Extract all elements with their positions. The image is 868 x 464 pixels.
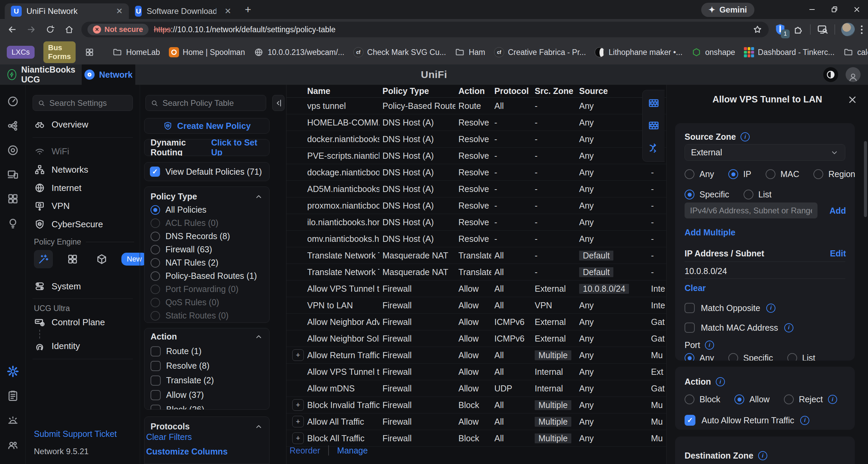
policy-type-option[interactable]: ACL Rules (0) — [151, 216, 264, 230]
tab-close-icon[interactable]: ✕ — [224, 6, 231, 16]
tab-close-icon[interactable]: ✕ — [116, 6, 123, 16]
table-row[interactable]: AD5M.nianticbooks.... DNS Host (A) Resol… — [287, 181, 666, 197]
window-close-button[interactable] — [846, 0, 868, 19]
info-icon[interactable]: i — [705, 341, 714, 350]
reload-icon[interactable] — [41, 20, 60, 39]
table-row[interactable]: Translate Network Tr... Masquerade NAT T… — [287, 264, 666, 281]
action-filter-option[interactable]: Resolve (8) — [151, 359, 264, 373]
radio-icon[interactable] — [151, 298, 160, 307]
info-icon[interactable]: i — [766, 304, 775, 313]
checkbox-icon[interactable] — [151, 346, 161, 356]
table-row[interactable]: + Allow Return Traffic Firewall Allow Al… — [287, 347, 666, 364]
dashboard-icon[interactable] — [6, 95, 20, 108]
table-row[interactable]: Allow Neighbor Soli... Firewall Allow IC… — [287, 330, 666, 347]
policy-type-option[interactable]: All Policies — [151, 203, 264, 216]
radio-region[interactable]: Region — [813, 169, 855, 179]
radio-icon[interactable] — [151, 258, 160, 268]
policy-type-option[interactable]: QoS Rules (0) — [151, 296, 264, 309]
checkbox-icon[interactable] — [151, 361, 161, 371]
radio-icon[interactable] — [151, 205, 160, 215]
settings-search[interactable] — [33, 95, 133, 111]
notifications-icon[interactable] — [6, 414, 20, 427]
bookmark-ham[interactable]: Ham — [455, 47, 485, 57]
radio-icon[interactable] — [151, 311, 160, 321]
tab-unifi-network[interactable]: U UniFi Network ✕ — [5, 3, 129, 19]
table-row[interactable]: + Block Invalid Traffic Firewall Block A… — [287, 397, 666, 413]
settings-search-input[interactable] — [50, 98, 128, 108]
bookmark-star-icon[interactable] — [752, 24, 763, 35]
policy-objects-icon[interactable] — [92, 250, 111, 268]
reorder-link[interactable]: Reorder — [290, 446, 320, 456]
info-icon[interactable]: i — [784, 323, 793, 332]
table-row[interactable]: Allow VPS Tunnel to... Firewall Allow Al… — [287, 281, 666, 297]
admins-icon[interactable] — [6, 438, 20, 452]
bookmark-lxcs[interactable]: LXCs — [7, 46, 35, 59]
expand-row-icon[interactable]: + — [292, 432, 304, 444]
sidebar-item-identity[interactable]: Identity — [34, 339, 80, 353]
devices-icon[interactable] — [6, 143, 20, 157]
submit-support-ticket-link[interactable]: Submit Support Ticket — [34, 429, 117, 439]
new-tab-button[interactable]: + — [245, 3, 251, 16]
radio-icon[interactable] — [151, 245, 160, 254]
radio-ip[interactable]: IP — [728, 169, 751, 179]
radio-icon[interactable] — [151, 218, 160, 228]
auto-allow-return-row[interactable]: ✓ Auto Allow Return Traffici — [685, 415, 809, 426]
window-restore-button[interactable] — [823, 0, 846, 19]
sidebar-item-control-plane[interactable]: Control Plane — [34, 315, 105, 329]
col-protocol[interactable]: Protocol — [491, 86, 532, 96]
col-policy-type[interactable]: Policy Type — [379, 86, 455, 96]
radio-any[interactable]: Any — [685, 169, 714, 179]
traffic-routes-icon[interactable] — [646, 140, 661, 155]
radio-icon[interactable] — [151, 285, 160, 294]
radio-list[interactable]: List — [744, 190, 772, 199]
radio-icon[interactable] — [151, 232, 160, 241]
bookmark-spoolman[interactable]: Home | Spoolman — [169, 47, 245, 57]
col-src-zone[interactable]: Src. Zone — [532, 86, 576, 96]
checkbox-icon[interactable] — [151, 375, 161, 386]
policy-wizard-icon[interactable] — [34, 250, 53, 268]
bookmark-lithophane[interactable]: Lithophane maker •... — [595, 47, 683, 57]
info-icon[interactable]: i — [716, 377, 725, 386]
table-row[interactable]: + Allow All Traffic Firewall Allow All M… — [287, 413, 666, 430]
table-row[interactable]: Allow VPS Tunnel to... Firewall Allow Al… — [287, 364, 666, 380]
tab-software-downloads[interactable]: U Software Downloads - Ubiquiti ✕ — [129, 3, 237, 19]
action-filter-option[interactable]: Translate (2) — [151, 373, 264, 388]
settings-gear-icon[interactable] — [6, 365, 20, 378]
address-bar[interactable]: ✕ Not secure https://10.0.10.1/network/d… — [81, 22, 769, 37]
policy-type-option[interactable]: Firewall (63) — [151, 243, 264, 256]
table-row[interactable]: + Block All Traffic Firewall Block All M… — [287, 430, 666, 447]
firewall-rules-icon[interactable] — [646, 118, 661, 133]
col-source[interactable]: Source — [576, 86, 648, 96]
policy-type-option[interactable]: Policy-Based Routes (1) — [151, 269, 264, 283]
table-row[interactable]: vps tunnel Policy-Based Route Route All … — [287, 98, 666, 114]
clear-filters-link[interactable]: Clear Filters — [146, 432, 192, 442]
radio-block[interactable]: Block — [685, 394, 720, 404]
bookmark-webcam[interactable]: 10.0.0.213/webcam/... — [254, 47, 344, 57]
browser-menu-icon[interactable] — [861, 25, 863, 34]
source-zone-select[interactable]: External — [685, 144, 845, 161]
radio-reject[interactable]: Rejecti — [784, 394, 837, 404]
expand-row-icon[interactable]: + — [292, 416, 304, 427]
match-opposite-checkbox[interactable] — [685, 303, 695, 313]
radio-allow[interactable]: Allow — [734, 394, 770, 404]
account-avatar[interactable] — [846, 67, 861, 82]
col-name[interactable]: Name — [304, 86, 379, 96]
table-row[interactable]: Allow mDNS Firewall Allow UDP Internal A… — [287, 380, 666, 397]
forward-icon[interactable] — [22, 20, 41, 39]
info-icon[interactable]: i — [758, 451, 767, 460]
info-icon[interactable]: i — [800, 416, 809, 425]
collapse-chevron-icon[interactable] — [254, 192, 263, 201]
gemini-button[interactable]: ✦ Gemini — [701, 3, 754, 17]
collapse-chevron-icon[interactable] — [254, 332, 263, 341]
ip-address-input[interactable] — [690, 206, 812, 215]
radio-mac[interactable]: MAC — [766, 169, 800, 179]
sidebar-item-overview[interactable]: Overview — [34, 118, 88, 131]
table-row[interactable]: PVE-scripts.nianticb... DNS Host (A) Res… — [287, 148, 666, 164]
expand-row-icon[interactable]: + — [292, 349, 304, 361]
topology-icon[interactable] — [6, 119, 20, 133]
sidebar-item-system[interactable]: System — [34, 279, 81, 293]
expand-row-icon[interactable]: + — [292, 399, 304, 411]
radio-port-any[interactable]: Any — [685, 353, 714, 361]
info-icon[interactable]: i — [741, 132, 750, 141]
radio-port-specific[interactable]: Specific — [728, 353, 773, 361]
